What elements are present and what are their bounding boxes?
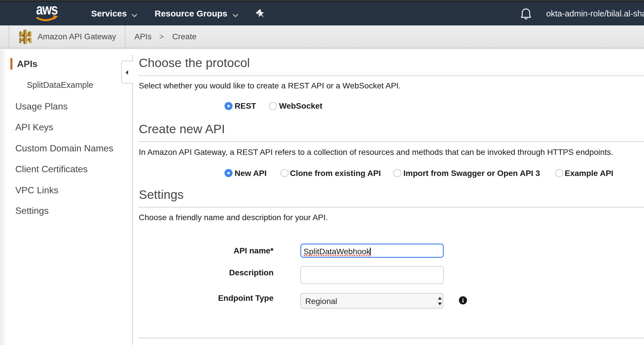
svg-text:i: i xyxy=(462,297,464,304)
